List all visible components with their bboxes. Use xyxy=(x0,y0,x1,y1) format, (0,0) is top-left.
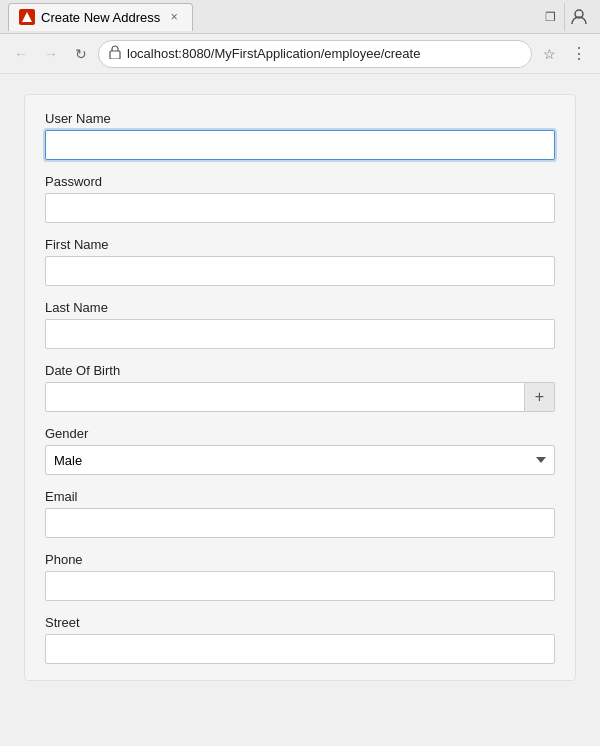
username-input[interactable] xyxy=(45,130,555,160)
firstname-input[interactable] xyxy=(45,256,555,286)
form-group-password: Password xyxy=(45,174,555,223)
form-group-phone: Phone xyxy=(45,552,555,601)
dob-row: + xyxy=(45,382,555,412)
account-icon[interactable] xyxy=(564,3,592,31)
email-input[interactable] xyxy=(45,508,555,538)
refresh-button[interactable]: ↻ xyxy=(68,41,94,67)
form-group-street: Street xyxy=(45,615,555,664)
phone-label: Phone xyxy=(45,552,555,567)
street-input[interactable] xyxy=(45,634,555,664)
browser-menu-button[interactable]: ⋮ xyxy=(566,41,592,67)
title-bar: Create New Address × ❐ xyxy=(0,0,600,34)
restore-button[interactable]: ❐ xyxy=(536,4,564,30)
firstname-label: First Name xyxy=(45,237,555,252)
tab-area: Create New Address × xyxy=(8,3,536,31)
form-group-username: User Name xyxy=(45,111,555,160)
phone-input[interactable] xyxy=(45,571,555,601)
form-group-firstname: First Name xyxy=(45,237,555,286)
page-content: User Name Password First Name Last Name xyxy=(0,74,600,746)
gender-label: Gender xyxy=(45,426,555,441)
username-label: User Name xyxy=(45,111,555,126)
back-button[interactable]: ← xyxy=(8,41,34,67)
tab-favicon xyxy=(19,9,35,25)
dob-label: Date Of Birth xyxy=(45,363,555,378)
form-group-gender: Gender Male Female Other xyxy=(45,426,555,475)
gender-select[interactable]: Male Female Other xyxy=(45,445,555,475)
address-bar: ← → ↻ localhost:8080/MyFirstApplication/… xyxy=(0,34,600,74)
favicon-icon xyxy=(22,12,32,22)
tab-title: Create New Address xyxy=(41,10,160,25)
lastname-input[interactable] xyxy=(45,319,555,349)
street-label: Street xyxy=(45,615,555,630)
lastname-label: Last Name xyxy=(45,300,555,315)
form-group-dob: Date Of Birth + xyxy=(45,363,555,412)
forward-button[interactable]: → xyxy=(38,41,64,67)
form-section: User Name Password First Name Last Name xyxy=(24,94,576,681)
dob-input[interactable] xyxy=(45,382,525,412)
dob-plus-button[interactable]: + xyxy=(525,382,555,412)
svg-rect-1 xyxy=(110,51,120,59)
form-group-email: Email xyxy=(45,489,555,538)
browser-tab[interactable]: Create New Address × xyxy=(8,3,193,31)
url-bar[interactable]: localhost:8080/MyFirstApplication/employ… xyxy=(98,40,532,68)
form-group-lastname: Last Name xyxy=(45,300,555,349)
url-text: localhost:8080/MyFirstApplication/employ… xyxy=(127,46,521,61)
security-icon xyxy=(109,45,121,62)
password-input[interactable] xyxy=(45,193,555,223)
email-label: Email xyxy=(45,489,555,504)
window-controls: ❐ xyxy=(536,3,592,31)
bookmark-button[interactable]: ☆ xyxy=(536,41,562,67)
tab-close-button[interactable]: × xyxy=(166,9,182,25)
password-label: Password xyxy=(45,174,555,189)
